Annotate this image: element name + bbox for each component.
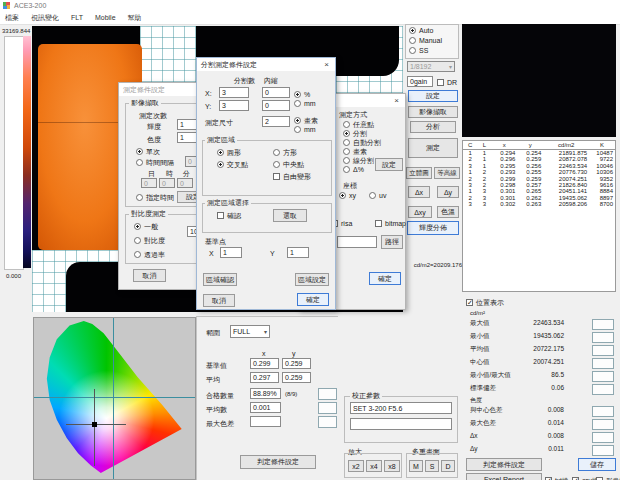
y-inset-field[interactable]: 0 — [262, 100, 290, 111]
excel-report-button[interactable]: Excel Report — [466, 473, 542, 480]
timed-radio[interactable]: 指定時間 — [136, 193, 174, 202]
interval-radio[interactable]: 時間間隔 — [136, 158, 174, 167]
mask-blob-right — [336, 26, 399, 76]
day-label: 日 — [148, 169, 155, 178]
mode-auto-radio[interactable]: 自動分割 — [343, 138, 381, 147]
close-icon[interactable]: × — [389, 95, 404, 106]
x-div-field[interactable]: 3 — [219, 87, 249, 98]
measure-button[interactable]: 測定 — [408, 138, 458, 158]
close-icon[interactable]: × — [319, 59, 334, 70]
ref-y-field[interactable]: 0.259 — [282, 358, 311, 369]
contour-button[interactable]: 等高線 — [434, 167, 460, 179]
free-shape-checkbox[interactable]: 自由變形 — [273, 172, 311, 181]
mode-pixel-radio[interactable]: 畫素 — [343, 147, 367, 156]
circle-radio[interactable]: 圓形 — [217, 148, 241, 157]
mode-any-radio[interactable]: 任意點 — [343, 120, 374, 129]
chevron-down-icon: ▾ — [449, 63, 452, 70]
square-radio[interactable]: 方形 — [273, 148, 297, 157]
split-condition-dialog: 分割測定條件設定 × 分割數 內縮 X: 3 0 Y: 3 0 % mm 測定尺… — [196, 57, 336, 310]
contrast-radio[interactable]: 對比度 — [134, 236, 165, 245]
gain-field[interactable]: 0gain — [407, 76, 433, 87]
txt-file-checkbox[interactable]: ✓txt檔 — [545, 476, 568, 480]
cross-radio[interactable]: 交叉點 — [217, 160, 248, 169]
table-row[interactable]: 110.2940.25421891.87510487 — [463, 150, 615, 157]
pick-button[interactable]: 選取 — [273, 209, 307, 222]
multi-d-button[interactable]: D — [441, 460, 455, 472]
delta-y-button[interactable]: Δy — [437, 186, 459, 198]
secondary-image-view[interactable] — [462, 24, 616, 137]
multi-m-button[interactable]: M — [409, 460, 423, 472]
set-button[interactable]: 設定 — [408, 90, 458, 102]
base-y-field[interactable]: 1 — [287, 247, 309, 258]
delta-x-button[interactable]: Δx — [408, 186, 430, 198]
size-pixel-radio[interactable]: 畫素 — [294, 116, 318, 125]
coord-uv-radio[interactable]: uv — [369, 191, 386, 200]
mode-line-radio[interactable]: 線分割 — [343, 156, 374, 165]
save-button[interactable]: 儲存 — [578, 458, 616, 471]
dialog-title: 測定條件設定 — [123, 85, 165, 95]
normal-radio[interactable]: 一般 — [134, 222, 158, 231]
inset-mm-radio[interactable]: mm — [294, 99, 316, 108]
menu-video-change[interactable]: 視訊變化 — [31, 13, 59, 23]
cancel-button[interactable]: 取消 — [203, 294, 235, 307]
region-confirm-button[interactable]: 區域確認 — [203, 273, 237, 286]
path-button[interactable]: 路徑 — [381, 235, 403, 249]
x-inset-field[interactable]: 0 — [262, 87, 290, 98]
pass-label: 合格數量 — [206, 391, 234, 400]
judge-result-box — [592, 432, 614, 443]
ref-x-field[interactable]: 0.299 — [250, 358, 279, 369]
range-select[interactable]: FULL ▾ — [230, 325, 270, 338]
menu-help[interactable]: 幫助 — [128, 13, 142, 23]
menu-flt[interactable]: FLT — [71, 14, 83, 21]
luminance-dist-button[interactable]: 輝度分佈 — [407, 221, 459, 235]
calibration-value-field[interactable]: SET 3-200 F5.6 — [350, 402, 452, 414]
multi-s-button[interactable]: S — [425, 460, 439, 472]
menu-file[interactable]: 檔案 — [5, 13, 19, 23]
base-x-field[interactable]: 1 — [220, 247, 242, 258]
exposure-manual-radio[interactable]: Manual — [409, 36, 442, 45]
zoom-x8-button[interactable]: x8 — [384, 460, 400, 472]
image-file-checkbox[interactable]: 影像檔 — [596, 476, 620, 480]
mode-delta-radio[interactable]: Δ% — [343, 165, 364, 174]
title-bar[interactable]: ACE3-200 — [0, 0, 620, 11]
calibration-extra-field[interactable] — [350, 418, 452, 430]
coord-xy-radio[interactable]: xy — [339, 191, 356, 200]
trans-radio[interactable]: 透過率 — [134, 250, 165, 259]
inset-pct-radio[interactable]: % — [294, 90, 310, 99]
csv-file-checkbox[interactable]: ✓csv檔 — [572, 476, 598, 480]
table-row[interactable]: 330.3020.26320598.2068700 — [463, 201, 615, 207]
delta-xy-button[interactable]: Δxy — [408, 206, 432, 218]
exposure-auto-radio[interactable]: Auto — [409, 26, 433, 35]
y-div-field[interactable]: 3 — [219, 100, 249, 111]
dr-checkbox[interactable]: DR — [437, 78, 457, 87]
capture-button[interactable]: 影像擷取 — [408, 106, 458, 118]
region-set-button[interactable]: 區域設定 — [295, 273, 329, 286]
bitmap-path-field[interactable] — [337, 236, 377, 248]
menu-mobile[interactable]: Mobile — [95, 14, 116, 21]
size-field[interactable]: 2 — [262, 116, 290, 127]
judge-result-box — [592, 332, 614, 343]
ref-label: 基準值 — [206, 361, 227, 370]
dialog-title-bar[interactable]: 分割測定條件設定 — [197, 58, 335, 71]
mode-split-radio[interactable]: 分割 — [343, 129, 367, 138]
position-display-checkbox[interactable]: ✓位置表示 — [466, 298, 504, 307]
zoom-x2-button[interactable]: x2 — [348, 460, 364, 472]
calibration-title: 校正參數 — [350, 392, 382, 400]
summary-judge-button[interactable]: 判定條件設定 — [240, 455, 316, 469]
exposure-ss-radio[interactable]: SS — [409, 46, 428, 55]
single-radio[interactable]: 單次 — [136, 147, 160, 156]
results-judge-button[interactable]: 判定條件設定 — [466, 458, 542, 471]
zoom-x4-button[interactable]: x4 — [366, 460, 382, 472]
cie-marker-point — [92, 422, 97, 427]
center-radio[interactable]: 中央點 — [273, 160, 304, 169]
analyze-button[interactable]: 分析 — [410, 121, 456, 133]
size-mm-radio[interactable]: mm — [294, 125, 316, 134]
mode-set-button[interactable]: 設定 — [375, 158, 403, 171]
cancel-button[interactable]: 取消 — [133, 269, 166, 282]
solid-map-button[interactable]: 立體圖 — [406, 167, 432, 179]
ok-button[interactable]: 確定 — [297, 293, 329, 306]
bitmap-checkbox[interactable]: bitmap — [375, 219, 406, 228]
confirm-checkbox[interactable]: 確認 — [217, 211, 241, 220]
ok-button[interactable]: 確定 — [369, 272, 401, 285]
cct-button[interactable]: 色溫 — [437, 206, 459, 218]
